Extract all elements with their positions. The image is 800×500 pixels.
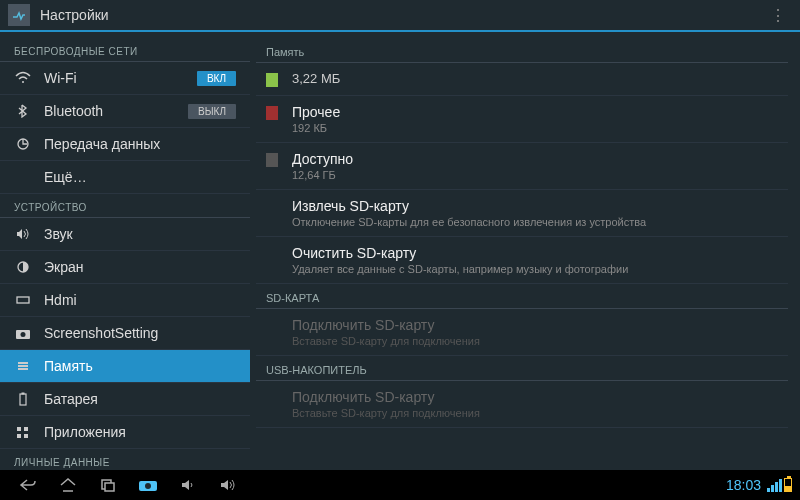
svg-rect-12 (24, 427, 28, 431)
wifi-icon (14, 71, 32, 85)
row-title: Очистить SD-карту (292, 245, 778, 261)
color-swatch (266, 106, 278, 120)
row-subtitle: Удаляет все данные с SD-карты, например … (292, 263, 778, 275)
svg-rect-17 (105, 483, 114, 491)
svg-rect-7 (18, 365, 28, 367)
main-section-header: Память (256, 38, 788, 63)
display-icon (14, 260, 32, 274)
row-title: Извлечь SD-карту (292, 198, 778, 214)
svg-rect-3 (17, 297, 29, 303)
svg-point-19 (145, 483, 151, 489)
sidebar-item-label: Ещё… (44, 169, 236, 185)
storage-row: Подключить SD-картуВставьте SD-карту для… (256, 381, 788, 428)
sidebar-item[interactable]: Передача данных (0, 128, 250, 161)
sidebar-item-label: Hdmi (44, 292, 236, 308)
sidebar-item-label: Передача данных (44, 136, 236, 152)
bluetooth-icon (14, 104, 32, 118)
sidebar-item[interactable]: Экран (0, 251, 250, 284)
sidebar-item-label: Wi-Fi (44, 70, 197, 86)
overflow-menu-icon[interactable]: ⋮ (764, 6, 792, 25)
status-clock: 18:03 (726, 477, 761, 493)
main-section-header: USB-НАКОПИТЕЛЬ (256, 356, 788, 381)
sidebar-item[interactable]: BluetoothВЫКЛ (0, 95, 250, 128)
storage-row[interactable]: 3,22 МБ (256, 63, 788, 96)
system-navbar: 18:03 (0, 470, 800, 500)
main-section-header: SD-КАРТА (256, 284, 788, 309)
app-icon (8, 4, 30, 26)
svg-rect-8 (18, 368, 28, 370)
svg-point-0 (22, 81, 24, 83)
back-button[interactable] (8, 473, 48, 497)
screenshot-button[interactable] (128, 473, 168, 497)
sidebar-section-header: ЛИЧНЫЕ ДАННЫЕ (0, 449, 250, 470)
hdmi-icon (14, 293, 32, 307)
sidebar-item-label: Bluetooth (44, 103, 188, 119)
sidebar-item[interactable]: Память (0, 350, 250, 383)
sidebar-section-header: БЕСПРОВОДНЫЕ СЕТИ (0, 38, 250, 62)
data-icon (14, 137, 32, 151)
sidebar-item-label: Экран (44, 259, 236, 275)
row-title: Подключить SD-карту (292, 389, 778, 405)
sidebar-item[interactable]: Звук (0, 218, 250, 251)
sidebar-item-label: Приложения (44, 424, 236, 440)
sidebar-item-label: Память (44, 358, 236, 374)
row-subtitle: Вставьте SD-карту для подключения (292, 335, 778, 347)
storage-row[interactable]: Извлечь SD-картуОтключение SD-карты для … (256, 190, 788, 237)
status-icons (767, 478, 792, 492)
sidebar-item-label: Батарея (44, 391, 236, 407)
row-subtitle: 12,64 ГБ (292, 169, 778, 181)
recent-apps-button[interactable] (88, 473, 128, 497)
color-swatch (266, 319, 278, 333)
apps-icon (14, 425, 32, 439)
signal-icon (767, 479, 782, 492)
svg-rect-14 (24, 434, 28, 438)
svg-rect-13 (17, 434, 21, 438)
battery-icon (784, 478, 792, 492)
svg-rect-9 (20, 394, 26, 405)
row-subtitle: Отключение SD-карты для ее безопасного и… (292, 216, 778, 228)
sound-icon (14, 227, 32, 241)
color-swatch (266, 73, 278, 87)
home-button[interactable] (48, 473, 88, 497)
storage-row[interactable]: Прочее192 КБ (256, 96, 788, 143)
toggle-switch[interactable]: ВКЛ (197, 71, 236, 86)
storage-row[interactable]: Очистить SD-картуУдаляет все данные с SD… (256, 237, 788, 284)
storage-row[interactable]: Доступно12,64 ГБ (256, 143, 788, 190)
settings-sidebar: БЕСПРОВОДНЫЕ СЕТИWi-FiВКЛBluetoothВЫКЛПе… (0, 32, 250, 470)
row-title: 3,22 МБ (292, 71, 778, 86)
color-swatch (266, 200, 278, 214)
sidebar-item[interactable]: Wi-FiВКЛ (0, 62, 250, 95)
sidebar-section-header: УСТРОЙСТВО (0, 194, 250, 218)
storage-icon (14, 359, 32, 373)
sidebar-item[interactable]: Hdmi (0, 284, 250, 317)
row-subtitle: Вставьте SD-карту для подключения (292, 407, 778, 419)
svg-point-5 (21, 332, 26, 337)
row-title: Прочее (292, 104, 778, 120)
sidebar-item[interactable]: Приложения (0, 416, 250, 449)
row-subtitle: 192 КБ (292, 122, 778, 134)
titlebar: Настройки ⋮ (0, 0, 800, 32)
svg-rect-11 (17, 427, 21, 431)
color-swatch (266, 153, 278, 167)
sidebar-item-label: ScreenshotSetting (44, 325, 236, 341)
svg-rect-10 (22, 393, 25, 395)
volume-up-button[interactable] (208, 473, 248, 497)
sidebar-item[interactable]: Ещё… (0, 161, 250, 194)
sidebar-item-label: Звук (44, 226, 236, 242)
color-swatch (266, 391, 278, 405)
toggle-switch[interactable]: ВЫКЛ (188, 104, 236, 119)
svg-rect-6 (18, 362, 28, 364)
camera-icon (14, 326, 32, 340)
row-title: Подключить SD-карту (292, 317, 778, 333)
page-title: Настройки (40, 7, 764, 23)
battery-icon (14, 392, 32, 406)
volume-down-button[interactable] (168, 473, 208, 497)
sidebar-item[interactable]: ScreenshotSetting (0, 317, 250, 350)
storage-row: Подключить SD-картуВставьте SD-карту для… (256, 309, 788, 356)
row-title: Доступно (292, 151, 778, 167)
sidebar-item[interactable]: Батарея (0, 383, 250, 416)
settings-main: Память3,22 МБПрочее192 КБДоступно12,64 Г… (250, 32, 800, 470)
color-swatch (266, 247, 278, 261)
